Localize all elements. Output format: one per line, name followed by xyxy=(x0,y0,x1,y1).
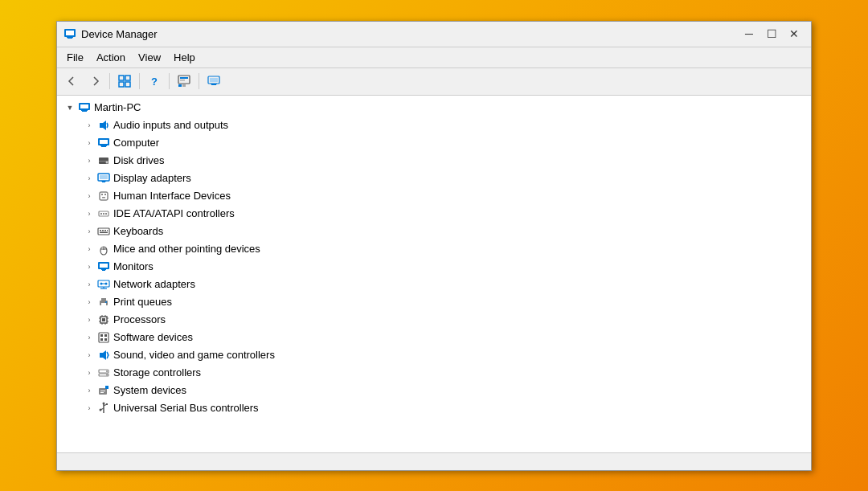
menu-view[interactable]: View xyxy=(132,50,167,65)
scan-button[interactable] xyxy=(203,71,224,92)
mouse-icon xyxy=(97,243,110,256)
svg-rect-39 xyxy=(103,213,104,215)
list-item[interactable]: › Storage controllers xyxy=(57,364,811,382)
item-label: Human Interface Devices xyxy=(113,190,231,202)
svg-rect-12 xyxy=(182,84,186,87)
expand-icon: › xyxy=(83,207,96,220)
help-button[interactable]: ? xyxy=(144,71,165,92)
svg-rect-46 xyxy=(100,231,108,233)
list-item[interactable]: › Universal Serial Bus controllers xyxy=(57,399,811,417)
expand-icon-root: ▼ xyxy=(63,101,76,114)
menu-bar: File Action View Help xyxy=(57,47,811,68)
svg-rect-40 xyxy=(105,213,107,215)
svg-rect-75 xyxy=(100,334,103,337)
list-item[interactable]: › Processors xyxy=(57,311,811,329)
svg-rect-3 xyxy=(67,37,73,38)
menu-help[interactable]: Help xyxy=(167,50,202,65)
svg-rect-76 xyxy=(104,334,107,337)
svg-rect-4 xyxy=(119,76,124,80)
svg-rect-2 xyxy=(68,38,72,39)
list-item[interactable]: › Monitors xyxy=(57,258,811,276)
expand-icon: › xyxy=(83,260,96,273)
list-item[interactable]: › IDE ATA/ATAPI controllers xyxy=(57,205,811,223)
expand-icon: › xyxy=(83,225,96,238)
list-item[interactable]: › Audio inputs and outputs xyxy=(57,117,811,134)
svg-rect-38 xyxy=(100,213,102,215)
svg-rect-24 xyxy=(101,146,106,147)
toolbar-sep-3 xyxy=(169,73,170,89)
menu-file[interactable]: File xyxy=(60,50,90,65)
toolbar: ? xyxy=(57,68,811,96)
forward-button[interactable] xyxy=(84,71,105,92)
window-title: Device Manager xyxy=(81,28,739,40)
list-item[interactable]: › Sound, video and game controllers xyxy=(57,346,811,364)
list-item[interactable]: › Mice and other pointing devices xyxy=(57,240,811,258)
svg-rect-5 xyxy=(125,76,130,80)
list-item[interactable]: › Keyboards xyxy=(57,223,811,240)
svg-rect-36 xyxy=(102,197,105,198)
expand-icon: › xyxy=(83,313,96,326)
item-label: Computer xyxy=(113,137,159,149)
tree-root-item[interactable]: ▼ Martin-PC xyxy=(57,99,811,117)
device-manager-window: Device Manager ─ ☐ ✕ File Action View He… xyxy=(56,21,812,471)
svg-rect-65 xyxy=(102,318,105,321)
svg-rect-53 xyxy=(101,269,106,270)
svg-rect-43 xyxy=(102,230,104,231)
network-icon xyxy=(97,278,110,291)
svg-rect-92 xyxy=(106,403,108,405)
menu-action[interactable]: Action xyxy=(90,50,132,65)
item-label: Network adapters xyxy=(113,278,195,290)
svg-rect-30 xyxy=(100,175,108,179)
list-item[interactable]: › System devices xyxy=(57,382,811,399)
maximize-button[interactable]: ☐ xyxy=(761,25,782,43)
expand-icon: › xyxy=(83,243,96,256)
expand-icon: › xyxy=(83,402,96,415)
root-label: Martin-PC xyxy=(94,101,141,113)
item-label: Sound, video and game controllers xyxy=(113,349,275,361)
expand-icon: › xyxy=(83,366,96,379)
keyboard-icon xyxy=(97,225,110,238)
svg-rect-16 xyxy=(211,84,217,84)
item-label: Print queues xyxy=(113,296,172,308)
svg-rect-33 xyxy=(100,192,108,200)
svg-rect-77 xyxy=(100,338,103,341)
list-item[interactable]: › Network adapters xyxy=(57,276,811,293)
ide-icon xyxy=(97,207,110,220)
svg-rect-15 xyxy=(211,84,216,85)
item-label: Audio inputs and outputs xyxy=(113,119,228,131)
list-item[interactable]: › Display adapters xyxy=(57,170,811,187)
disk-icon xyxy=(97,154,110,167)
svg-rect-11 xyxy=(178,84,182,87)
svg-rect-23 xyxy=(100,140,108,144)
software-icon xyxy=(97,331,110,344)
svg-marker-21 xyxy=(100,121,106,130)
svg-point-93 xyxy=(100,408,102,411)
item-label: IDE ATA/ATAPI controllers xyxy=(113,207,235,219)
svg-rect-19 xyxy=(82,111,87,112)
close-button[interactable]: ✕ xyxy=(784,25,805,43)
back-button[interactable] xyxy=(62,71,83,92)
list-item[interactable]: › Print queues xyxy=(57,293,811,311)
device-tree: ▼ Martin-PC › xyxy=(57,96,811,420)
show-all-button[interactable] xyxy=(114,71,135,92)
svg-point-83 xyxy=(106,374,108,375)
properties-button[interactable] xyxy=(174,71,194,92)
list-item[interactable]: › Software devices xyxy=(57,329,811,346)
svg-point-63 xyxy=(105,301,107,303)
list-item[interactable]: › Computer xyxy=(57,134,811,152)
monitor-icon xyxy=(97,260,110,273)
minimize-button[interactable]: ─ xyxy=(739,25,760,43)
list-item[interactable]: › Disk drives xyxy=(57,152,811,170)
svg-rect-42 xyxy=(100,230,101,231)
display-icon xyxy=(97,172,110,185)
svg-rect-34 xyxy=(101,194,103,195)
svg-rect-32 xyxy=(101,181,106,182)
item-label: Monitors xyxy=(113,260,154,272)
expand-icon: › xyxy=(83,296,96,309)
list-item[interactable]: › Human Interface Devices xyxy=(57,187,811,205)
tree-content[interactable]: ▼ Martin-PC › xyxy=(57,96,811,452)
svg-rect-41 xyxy=(98,228,109,235)
svg-rect-44 xyxy=(104,230,106,231)
item-label: Universal Serial Bus controllers xyxy=(113,402,259,414)
toolbar-sep-2 xyxy=(139,73,140,89)
